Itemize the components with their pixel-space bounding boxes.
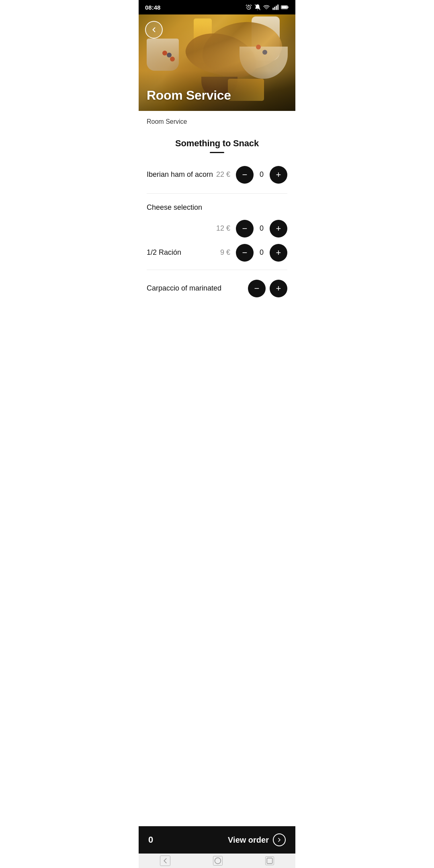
cheese-half-quantity: 0 [258, 248, 266, 257]
bottom-order-bar: 0 View order [139, 826, 295, 854]
svg-rect-5 [277, 4, 278, 10]
cheese-half-racion-name: 1/2 Ración [147, 248, 181, 257]
nav-back-button[interactable] [160, 856, 170, 866]
svg-rect-10 [267, 858, 272, 864]
cheese-full-decrease-button[interactable]: − [236, 220, 254, 237]
carpaccio-name: Carpaccio of marinated [147, 284, 221, 293]
iberian-ham-price: 22 € [216, 170, 230, 179]
nav-recents-button[interactable] [265, 856, 274, 865]
carpaccio-decrease-button[interactable]: − [248, 280, 266, 297]
nav-home-button[interactable] [213, 856, 223, 866]
cheese-full-quantity: 0 [258, 224, 266, 233]
iberian-ham-name: Iberian ham of acorn [147, 170, 213, 179]
status-bar: 08:48 [139, 0, 295, 14]
hero-section: Room Service [139, 14, 295, 111]
menu-item-iberian-ham: Iberian ham of acorn 22 € − 0 + [139, 156, 295, 193]
iberian-ham-increase-button[interactable]: + [270, 166, 287, 184]
carpaccio-item: Carpaccio of marinated − + [139, 270, 295, 304]
wifi-icon [263, 4, 270, 10]
iberian-ham-quantity: 0 [258, 170, 266, 179]
iberian-ham-controls: 22 € − 0 + [216, 166, 287, 184]
battery-icon [281, 4, 289, 10]
carpaccio-increase-button[interactable]: + [270, 280, 287, 297]
cheese-selection-group: Cheese selection 12 € − 0 + 1/2 Ración 9… [139, 194, 295, 270]
svg-rect-7 [287, 6, 288, 8]
svg-rect-3 [274, 7, 275, 10]
signal-icon [272, 4, 278, 10]
cheese-full-racion: 12 € − 0 + [147, 220, 287, 244]
main-content: Room Service Something to Snack Iberian … [139, 111, 295, 336]
hero-title: Room Service [139, 88, 239, 111]
svg-rect-2 [272, 8, 274, 10]
view-order-label: View order [228, 835, 269, 845]
time-display: 08:48 [145, 4, 160, 11]
breadcrumb: Room Service [139, 111, 295, 129]
breadcrumb-label: Room Service [147, 118, 187, 125]
cheese-half-increase-button[interactable]: + [270, 244, 287, 262]
view-order-arrow-circle [273, 833, 286, 846]
system-nav-bar [139, 854, 295, 868]
alarm-icon [246, 4, 252, 10]
cheese-half-decrease-button[interactable]: − [236, 244, 254, 262]
cheese-full-increase-button[interactable]: + [270, 220, 287, 237]
section-underline [210, 152, 224, 153]
svg-rect-4 [276, 6, 277, 10]
order-count: 0 [148, 835, 153, 845]
svg-point-9 [215, 858, 221, 864]
section-title: Something to Snack [147, 138, 287, 149]
cheese-full-price: 12 € [216, 224, 230, 233]
svg-rect-8 [282, 6, 287, 8]
back-button[interactable] [145, 21, 163, 39]
section-heading: Something to Snack [139, 129, 295, 156]
view-order-button[interactable]: View order [228, 833, 286, 846]
iberian-ham-decrease-button[interactable]: − [236, 166, 254, 184]
cheese-selection-name: Cheese selection [147, 203, 287, 212]
status-icons [246, 4, 289, 10]
cheese-half-controls: 9 € − 0 + [220, 244, 287, 262]
mute-icon [254, 4, 261, 10]
cheese-half-price: 9 € [220, 248, 230, 257]
